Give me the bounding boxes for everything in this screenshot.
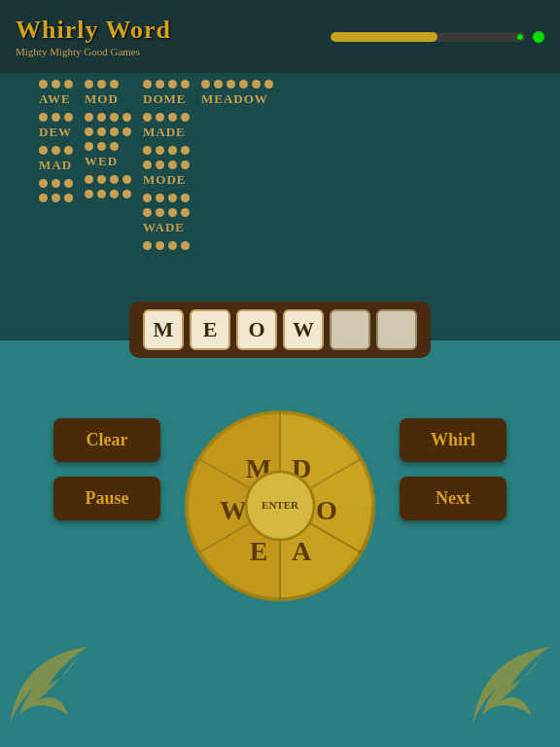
- word-item-mode: MODE: [143, 160, 190, 188]
- word-item-wed: WED: [85, 142, 131, 169]
- svg-text:O: O: [316, 495, 337, 525]
- word-item-blank-4f: [143, 194, 190, 202]
- word-column-3: DOME MADE MODE WADE: [143, 80, 190, 256]
- word-label-wade: WADE: [143, 220, 185, 234]
- status-dot: [533, 31, 544, 43]
- word-item-blank-4e: [143, 146, 190, 155]
- word-column-1: AWE DEW MAD: [39, 80, 73, 208]
- progress-bar-fill: [331, 32, 438, 42]
- svg-text:W: W: [220, 495, 247, 525]
- letter-tile-0[interactable]: M: [143, 309, 184, 350]
- wheel[interactable]: M D W O E A ENTER: [183, 409, 377, 603]
- clear-button[interactable]: Clear: [53, 418, 160, 462]
- word-item-dew: DEW: [39, 113, 73, 140]
- corner-decoration-right: [463, 637, 560, 747]
- word-item-dome: DOME: [143, 80, 190, 107]
- word-item-blank-4g: [143, 241, 190, 250]
- game-title: Whirly Word: [16, 16, 171, 45]
- word-column-2: MOD WED: [85, 80, 131, 204]
- wheel-svg: M D W O E A ENTER: [183, 409, 377, 603]
- word-item-blank-4a: [85, 113, 131, 122]
- word-item-blank-4b: [85, 127, 131, 136]
- progress-indicator: [517, 34, 523, 40]
- svg-text:A: A: [292, 536, 312, 566]
- letter-tile-3[interactable]: W: [283, 309, 324, 350]
- word-label-meadow: MEADOW: [201, 91, 268, 106]
- word-label-wed: WED: [85, 154, 118, 168]
- word-label-awe: AWE: [39, 91, 71, 106]
- word-label-mode: MODE: [143, 172, 186, 187]
- progress-area: [331, 31, 544, 43]
- game-subtitle: Mighty Mighty Good Games: [16, 46, 171, 57]
- word-label-dome: DOME: [143, 91, 186, 106]
- whirl-button[interactable]: Whirl: [400, 418, 507, 462]
- word-item-empty2: [39, 194, 73, 202]
- word-item-blank-4d: [85, 190, 131, 198]
- word-item-awe: AWE: [39, 80, 73, 107]
- letter-tile-1[interactable]: E: [190, 309, 230, 350]
- letter-bar: M E O W: [129, 302, 431, 358]
- word-item-empty1: [39, 179, 73, 188]
- letter-tile-4[interactable]: [330, 309, 370, 350]
- svg-text:E: E: [250, 536, 268, 566]
- word-item-meadow: MEADOW: [201, 80, 273, 107]
- svg-text:ENTER: ENTER: [262, 499, 299, 511]
- letter-tile-2[interactable]: O: [236, 309, 277, 350]
- word-label-made: MADE: [143, 124, 186, 139]
- word-item-made: MADE: [143, 113, 190, 140]
- word-item-wade: WADE: [143, 208, 190, 235]
- progress-bar: [331, 32, 525, 42]
- word-item-blank-4c: [85, 175, 131, 184]
- word-column-4: MEADOW: [201, 80, 273, 113]
- word-label-mod: MOD: [85, 91, 119, 106]
- corner-decoration-left: [0, 637, 97, 747]
- header: Whirly Word Mighty Mighty Good Games: [0, 0, 560, 73]
- letter-tile-5[interactable]: [376, 309, 417, 350]
- word-item-mod: MOD: [85, 80, 131, 107]
- title-block: Whirly Word Mighty Mighty Good Games: [16, 16, 171, 57]
- pause-button[interactable]: Pause: [53, 477, 160, 520]
- word-label-mad: MAD: [39, 158, 72, 172]
- word-label-dew: DEW: [39, 124, 72, 139]
- next-button[interactable]: Next: [400, 477, 507, 520]
- word-item-mad: MAD: [39, 146, 73, 173]
